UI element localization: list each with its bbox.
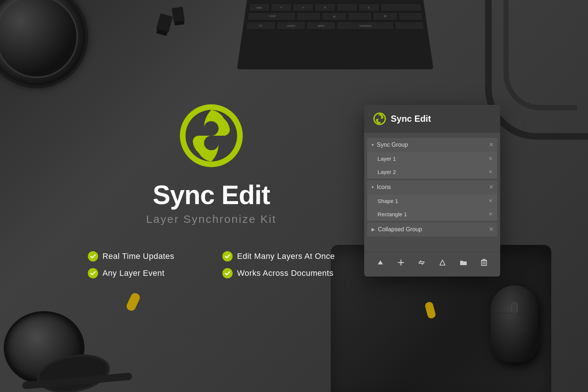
panel-body: ▾ Sync Group ✕ Layer 1 ✕ Layer 2 ✕ ▾ Ico… <box>364 133 500 277</box>
layer-close-2[interactable]: ✕ <box>488 169 493 175</box>
layer-item-2[interactable]: Layer 2 ✕ <box>367 165 497 178</box>
toolbar-shape-btn[interactable] <box>436 258 449 267</box>
group-name-icons: Icons <box>377 184 493 190</box>
layer-name-1: Layer 1 <box>377 156 488 162</box>
toolbar-add-btn[interactable] <box>395 258 407 267</box>
feature-item-1: Real Time Updates <box>88 251 200 261</box>
layer-item-1[interactable]: Layer 1 ✕ <box>367 152 497 165</box>
group-header-collapsed[interactable]: ▶ Collapsed Group ✕ <box>367 222 497 236</box>
main-content: S Sync Edit Layer Synchroniz <box>0 0 588 392</box>
layer-item-4[interactable]: Rectangle 1 ✕ <box>367 208 497 221</box>
feature-item-2: Edit Many Layers At Once <box>222 251 335 261</box>
feature-item-4: Works Across Documents <box>222 268 335 278</box>
toolbar-move-up-btn[interactable] <box>374 258 387 267</box>
features-list: Real Time Updates Edit Many Layers At On… <box>88 251 335 278</box>
svg-marker-7 <box>378 260 383 264</box>
panel-spacer <box>364 238 500 249</box>
layer-name-4: Rectangle 1 <box>377 211 488 217</box>
feature-text-3: Any Layer Event <box>103 268 165 278</box>
panel-toolbar <box>364 252 500 273</box>
feature-item-3: Any Layer Event <box>88 268 200 278</box>
toolbar-sync-btn[interactable] <box>415 258 428 267</box>
check-icon-2 <box>222 251 233 261</box>
group-close-sync[interactable]: ✕ <box>489 141 494 148</box>
layer-name-2: Layer 2 <box>377 169 488 175</box>
logo-wrapper <box>178 103 244 169</box>
layer-close-4[interactable]: ✕ <box>488 211 493 217</box>
layer-item-3[interactable]: Shape 1 ✕ <box>367 195 497 207</box>
layer-group-icons: ▾ Icons ✕ Shape 1 ✕ Rectangle 1 ✕ <box>367 180 497 221</box>
check-icon-4 <box>222 268 233 278</box>
feature-text-1: Real Time Updates <box>103 252 175 261</box>
group-name-sync: Sync Group <box>377 142 493 148</box>
sync-edit-panel: Sync Edit ▾ Sync Group ✕ Layer 1 ✕ Layer… <box>364 105 500 277</box>
toolbar-folder-btn[interactable] <box>457 258 470 267</box>
feature-text-4: Works Across Documents <box>237 268 333 278</box>
app-title: Sync Edit <box>153 180 270 210</box>
group-close-icons[interactable]: ✕ <box>489 183 494 190</box>
panel-title: Sync Edit <box>391 114 431 124</box>
panel-logo-icon <box>373 112 386 125</box>
layer-name-3: Shape 1 <box>377 198 488 204</box>
check-icon-3 <box>88 268 98 278</box>
left-section: S Sync Edit Layer Synchroniz <box>88 103 335 278</box>
panel-header: Sync Edit <box>364 105 500 133</box>
group-arrow-sync: ▾ <box>372 142 374 147</box>
group-header-icons[interactable]: ▾ Icons ✕ <box>367 180 497 194</box>
toolbar-delete-btn[interactable] <box>478 257 490 268</box>
group-arrow-collapsed: ▶ <box>372 227 375 232</box>
app-subtitle: Layer Synchronize Kit <box>146 213 277 225</box>
layer-group-collapsed: ▶ Collapsed Group ✕ <box>367 222 497 236</box>
group-name-collapsed: Collapsed Group <box>378 226 493 233</box>
layer-close-1[interactable]: ✕ <box>488 156 493 161</box>
layer-close-3[interactable]: ✕ <box>488 198 493 204</box>
group-header-sync[interactable]: ▾ Sync Group ✕ <box>367 138 497 152</box>
check-icon-1 <box>88 251 98 261</box>
group-arrow-icons: ▾ <box>372 185 374 190</box>
group-close-collapsed[interactable]: ✕ <box>489 226 494 233</box>
layer-group-sync: ▾ Sync Group ✕ Layer 1 ✕ Layer 2 ✕ <box>367 138 497 179</box>
feature-text-2: Edit Many Layers At Once <box>237 252 335 261</box>
logo-svg <box>178 103 244 169</box>
